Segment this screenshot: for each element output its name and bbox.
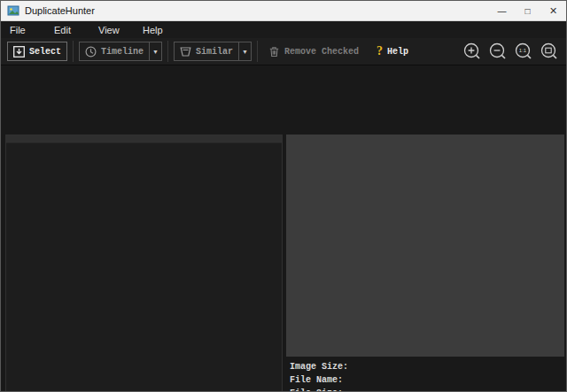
info-panel: Image Size: File Name: File Size: File C…	[286, 357, 564, 392]
select-icon	[13, 46, 25, 58]
timeline-label: Timeline	[101, 47, 144, 57]
help-label: Help	[387, 47, 408, 57]
trash-icon	[268, 46, 280, 58]
app-window: DuplicateHunter — □ ✕ File Edit View Hel…	[0, 0, 567, 392]
duplicates-list-panel[interactable]	[5, 135, 283, 392]
list-header	[6, 135, 282, 143]
app-icon	[7, 4, 19, 17]
close-button[interactable]: ✕	[540, 1, 566, 20]
menu-view[interactable]: View	[93, 23, 137, 37]
similar-group: Similar ▼	[174, 42, 252, 61]
timeline-group: Timeline ▼	[79, 42, 162, 61]
toolbar-separator	[257, 41, 258, 62]
zoom-one-to-one-label: 1:1	[519, 48, 527, 53]
menu-edit[interactable]: Edit	[49, 23, 93, 37]
maximize-button[interactable]: □	[515, 1, 540, 20]
toolbar-separator	[167, 41, 168, 62]
image-preview	[286, 135, 564, 357]
zoom-out-button[interactable]	[488, 42, 508, 61]
similar-dropdown-button[interactable]: ▼	[238, 42, 252, 61]
similar-label: Similar	[196, 47, 233, 57]
content-area: Image Size: File Name: File Size: File C…	[1, 65, 566, 391]
zoom-fit-button[interactable]	[540, 42, 559, 61]
zoom-controls: 1:1	[462, 42, 559, 61]
zoom-actual-size-button[interactable]: 1:1	[514, 42, 533, 61]
toolbar-separator	[73, 41, 74, 62]
help-button[interactable]: ? Help	[377, 44, 408, 58]
info-field-file-name: File Name:	[290, 373, 564, 387]
remove-checked-label: Remove Checked	[284, 47, 359, 57]
clock-icon	[85, 46, 97, 58]
similar-button[interactable]: Similar	[174, 42, 239, 61]
titlebar: DuplicateHunter — □ ✕	[1, 1, 566, 21]
minimize-button[interactable]: —	[489, 1, 515, 20]
info-field-file-size: File Size:	[290, 387, 564, 392]
select-label: Select	[29, 47, 61, 57]
info-field-image-size: Image Size:	[290, 360, 564, 373]
timeline-dropdown-button[interactable]: ▼	[149, 42, 162, 61]
window-controls: — □ ✕	[489, 1, 566, 20]
detail-panel: Image Size: File Name: File Size: File C…	[286, 135, 564, 392]
zoom-in-button[interactable]	[462, 42, 482, 61]
similar-icon	[180, 46, 191, 58]
toolbar: Select Timeline ▼	[1, 38, 566, 65]
remove-checked-button[interactable]: Remove Checked	[263, 42, 364, 61]
menu-file[interactable]: File	[4, 23, 49, 37]
timeline-button[interactable]: Timeline	[79, 42, 150, 61]
menubar: File Edit View Help	[1, 21, 566, 38]
window-title: DuplicateHunter	[25, 5, 95, 16]
menu-help[interactable]: Help	[137, 23, 182, 37]
select-button[interactable]: Select	[7, 42, 67, 61]
help-icon: ?	[377, 44, 383, 58]
